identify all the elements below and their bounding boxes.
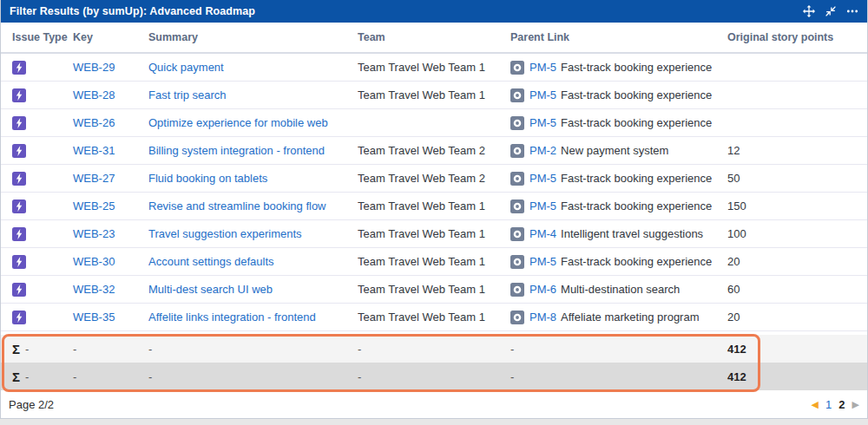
issue-type-icon	[12, 199, 26, 213]
issue-summary-link[interactable]: Affelite links integration - frontend	[148, 311, 316, 324]
column-header-issue-type[interactable]: Issue Type	[1, 31, 73, 43]
parent-issue-type-icon	[510, 199, 524, 213]
issue-key-link[interactable]: WEB-35	[73, 311, 115, 324]
team-cell: Team Travel Web Team 1	[358, 227, 510, 240]
parent-key-link[interactable]: PM-4	[529, 227, 556, 240]
move-gadget-icon[interactable]	[803, 5, 815, 17]
issue-type-icon	[12, 144, 26, 158]
story-points-cell: 20	[727, 311, 867, 324]
issue-key-link[interactable]: WEB-23	[73, 227, 115, 240]
sigma-icon: Σ	[12, 342, 20, 356]
parent-key-link[interactable]: PM-6	[529, 283, 556, 296]
table-row: WEB-35 Affelite links integration - fron…	[1, 304, 867, 331]
issue-summary-link[interactable]: Fast trip search	[148, 88, 227, 101]
previous-page-icon[interactable]: ◀	[812, 399, 819, 410]
issue-rows: WEB-29 Quick payment Team Travel Web Tea…	[1, 54, 867, 331]
table-header-row: Issue Type Key Summary Team Parent Link …	[1, 23, 867, 54]
issue-summary-link[interactable]: Travel suggestion experiments	[148, 227, 302, 240]
parent-issue-type-icon	[510, 227, 524, 241]
parent-link-cell: PM-4 Intelligent travel suggestions	[510, 227, 727, 241]
parent-issue-type-icon	[510, 61, 524, 75]
issue-summary-link[interactable]: Revise and streamline booking flow	[148, 199, 326, 212]
issue-summary-link[interactable]: Account settings defaults	[148, 255, 274, 268]
issue-key-link[interactable]: WEB-32	[73, 283, 115, 296]
sum-row: Σ- - - - - 412	[1, 363, 867, 390]
table-row: WEB-32 Multi-dest search UI web Team Tra…	[1, 276, 867, 304]
issue-key-link[interactable]: WEB-26	[73, 116, 115, 129]
parent-issue-type-icon	[510, 283, 524, 297]
parent-summary: Fast-track booking experience	[561, 255, 712, 268]
parent-key-link[interactable]: PM-5	[529, 199, 556, 212]
issue-type-icon	[12, 255, 26, 269]
titlebar-icons	[803, 5, 858, 17]
parent-summary: Fast-track booking experience	[561, 88, 712, 101]
team-cell: Team Travel Web Team 1	[358, 199, 510, 212]
parent-link-cell: PM-5 Fast-track booking experience	[510, 255, 727, 269]
team-cell: Team Travel Web Team 2	[358, 172, 510, 185]
column-header-story-points[interactable]: Original story points	[727, 31, 867, 43]
issue-summary-link[interactable]: Optimize experience for mobile web	[148, 116, 328, 129]
story-points-cell: 60	[727, 283, 867, 296]
column-header-summary[interactable]: Summary	[148, 31, 358, 43]
column-header-team[interactable]: Team	[358, 31, 510, 43]
parent-key-link[interactable]: PM-5	[529, 61, 556, 74]
parent-key-link[interactable]: PM-5	[529, 172, 556, 185]
page-link-1[interactable]: 1	[825, 398, 832, 411]
issue-key-link[interactable]: WEB-27	[73, 172, 115, 185]
issue-summary-link[interactable]: Billing system integration - frontend	[148, 144, 325, 157]
more-options-icon[interactable]	[846, 5, 858, 17]
gadget-title: Filter Results (by sumUp): Advanced Road…	[10, 5, 255, 17]
story-points-cell: 150	[727, 199, 867, 212]
page-label: Page 2/2	[9, 398, 54, 411]
parent-key-link[interactable]: PM-2	[529, 144, 556, 157]
issue-summary-link[interactable]: Multi-dest search UI web	[148, 283, 273, 296]
parent-link-cell: PM-5 Fast-track booking experience	[510, 61, 727, 75]
column-header-key[interactable]: Key	[73, 31, 148, 43]
issue-key-link[interactable]: WEB-29	[73, 61, 115, 74]
issue-summary-link[interactable]: Quick payment	[148, 61, 224, 74]
sum-rows: Σ- - - - - 412 Σ- - - - - 412	[1, 335, 867, 390]
parent-issue-type-icon	[510, 88, 524, 102]
issue-type-icon	[12, 227, 26, 241]
sum-total: 412	[727, 343, 867, 356]
parent-key-link[interactable]: PM-8	[529, 311, 556, 324]
parent-link-cell: PM-8 Affeliate marketing program	[510, 311, 727, 324]
table-row: WEB-28 Fast trip search Team Travel Web …	[1, 82, 867, 109]
minimize-gadget-icon[interactable]	[825, 5, 837, 17]
parent-issue-type-icon	[510, 311, 524, 324]
parent-link-cell: PM-2 New payment system	[510, 144, 727, 158]
parent-key-link[interactable]: PM-5	[529, 116, 556, 129]
column-header-parent-link[interactable]: Parent Link	[510, 31, 727, 43]
parent-summary: Intelligent travel suggestions	[561, 227, 703, 240]
parent-key-link[interactable]: PM-5	[529, 255, 556, 268]
filter-results-gadget: Filter Results (by sumUp): Advanced Road…	[0, 0, 868, 419]
table-row: WEB-31 Billing system integration - fron…	[1, 137, 867, 165]
parent-summary: Fast-track booking experience	[561, 199, 712, 212]
parent-link-cell: PM-5 Fast-track booking experience	[510, 116, 727, 130]
parent-key-link[interactable]: PM-5	[529, 88, 556, 101]
table-row: WEB-25 Revise and streamline booking flo…	[1, 193, 867, 220]
table-row: WEB-30 Account settings defaults Team Tr…	[1, 248, 867, 276]
issue-key-link[interactable]: WEB-30	[73, 255, 115, 268]
team-cell: Team Travel Web Team 1	[358, 311, 510, 324]
sum-total: 412	[727, 370, 867, 383]
parent-summary: Fast-track booking experience	[561, 61, 712, 74]
team-cell: Team Travel Web Team 1	[358, 255, 510, 268]
story-points-cell: 100	[727, 227, 867, 240]
table-row: WEB-23 Travel suggestion experiments Tea…	[1, 220, 867, 248]
issue-key-link[interactable]: WEB-25	[73, 199, 115, 212]
parent-issue-type-icon	[510, 255, 524, 269]
team-cell: Team Travel Web Team 2	[358, 144, 510, 157]
issue-key-link[interactable]: WEB-31	[73, 144, 115, 157]
parent-link-cell: PM-6 Multi-destination search	[510, 283, 727, 297]
sum-row: Σ- - - - - 412	[1, 335, 867, 363]
issue-key-link[interactable]: WEB-28	[73, 88, 115, 101]
issue-summary-link[interactable]: Fluid booking on tablets	[148, 172, 267, 185]
story-points-cell: 50	[727, 172, 867, 185]
parent-link-cell: PM-5 Fast-track booking experience	[510, 172, 727, 186]
parent-summary: Fast-track booking experience	[561, 116, 712, 129]
parent-link-cell: PM-5 Fast-track booking experience	[510, 199, 727, 213]
parent-summary: Multi-destination search	[561, 283, 680, 296]
table-row: WEB-29 Quick payment Team Travel Web Tea…	[1, 54, 867, 82]
team-cell: Team Travel Web Team 1	[358, 283, 510, 296]
